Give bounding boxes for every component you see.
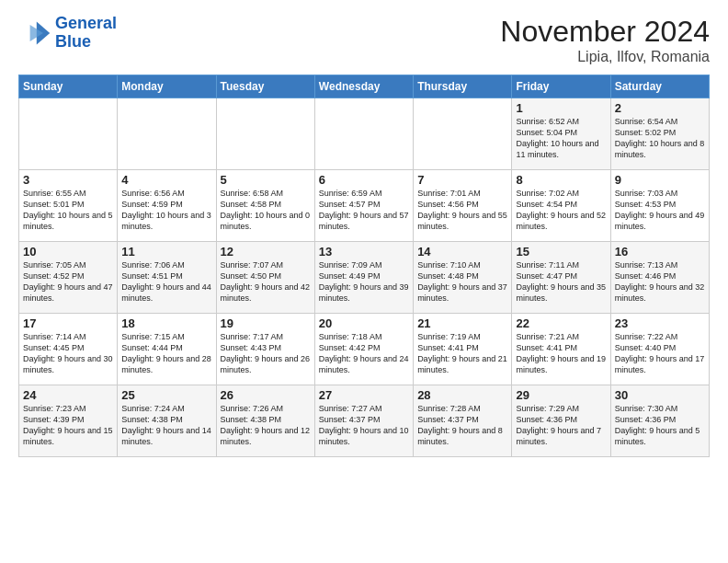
logo-text: General Blue (55, 15, 117, 52)
header-monday: Monday (118, 75, 216, 98)
header-saturday: Saturday (610, 75, 709, 98)
cell-1-0: 3Sunrise: 6:55 AM Sunset: 5:01 PM Daylig… (19, 170, 118, 242)
month-title: November 2024 (500, 15, 710, 49)
cell-4-1: 25Sunrise: 7:24 AM Sunset: 4:38 PM Dayli… (118, 385, 216, 457)
calendar-body: 1Sunrise: 6:52 AM Sunset: 5:04 PM Daylig… (19, 98, 710, 457)
cell-3-6: 23Sunrise: 7:22 AM Sunset: 4:40 PM Dayli… (610, 314, 709, 385)
cell-2-3: 13Sunrise: 7:09 AM Sunset: 4:49 PM Dayli… (314, 242, 413, 314)
header-sunday: Sunday (19, 75, 118, 98)
week-row-1: 3Sunrise: 6:55 AM Sunset: 5:01 PM Daylig… (19, 170, 710, 242)
day-number-3-6: 23 (615, 316, 705, 330)
day-number-3-4: 21 (417, 316, 507, 330)
cell-1-3: 6Sunrise: 6:59 AM Sunset: 4:57 PM Daylig… (314, 170, 413, 242)
day-info-3-2: Sunrise: 7:17 AM Sunset: 4:43 PM Dayligh… (221, 331, 311, 376)
day-info-2-3: Sunrise: 7:09 AM Sunset: 4:49 PM Dayligh… (319, 259, 409, 304)
cell-1-5: 8Sunrise: 7:02 AM Sunset: 4:54 PM Daylig… (512, 170, 610, 242)
day-number-2-6: 16 (615, 245, 705, 259)
cell-0-3 (314, 98, 413, 170)
cell-3-5: 22Sunrise: 7:21 AM Sunset: 4:41 PM Dayli… (512, 314, 610, 385)
logo-line1: General (55, 14, 117, 32)
day-number-3-1: 18 (121, 316, 211, 330)
day-info-2-6: Sunrise: 7:13 AM Sunset: 4:46 PM Dayligh… (615, 259, 705, 304)
day-info-1-3: Sunrise: 6:59 AM Sunset: 4:57 PM Dayligh… (319, 188, 409, 233)
cell-2-1: 11Sunrise: 7:06 AM Sunset: 4:51 PM Dayli… (118, 242, 216, 314)
day-info-0-6: Sunrise: 6:54 AM Sunset: 5:02 PM Dayligh… (615, 116, 705, 161)
day-number-4-4: 28 (417, 388, 507, 402)
day-info-3-5: Sunrise: 7:21 AM Sunset: 4:41 PM Dayligh… (516, 331, 606, 376)
day-number-3-5: 22 (516, 316, 606, 330)
day-number-1-0: 3 (23, 173, 113, 187)
cell-0-6: 2Sunrise: 6:54 AM Sunset: 5:02 PM Daylig… (610, 98, 709, 170)
cell-1-4: 7Sunrise: 7:01 AM Sunset: 4:56 PM Daylig… (414, 170, 512, 242)
day-number-2-1: 11 (121, 245, 211, 259)
cell-1-1: 4Sunrise: 6:56 AM Sunset: 4:59 PM Daylig… (118, 170, 216, 242)
day-info-0-5: Sunrise: 6:52 AM Sunset: 5:04 PM Dayligh… (516, 116, 606, 161)
day-info-1-2: Sunrise: 6:58 AM Sunset: 4:58 PM Dayligh… (221, 188, 311, 233)
cell-2-4: 14Sunrise: 7:10 AM Sunset: 4:48 PM Dayli… (414, 242, 512, 314)
day-number-4-2: 26 (221, 388, 311, 402)
logo: General Blue (18, 15, 117, 52)
cell-0-1 (118, 98, 216, 170)
day-number-1-3: 6 (319, 173, 409, 187)
day-number-4-0: 24 (23, 388, 113, 402)
cell-0-0 (19, 98, 118, 170)
day-number-4-5: 29 (516, 388, 606, 402)
day-info-4-3: Sunrise: 7:27 AM Sunset: 4:37 PM Dayligh… (319, 403, 409, 448)
day-number-4-3: 27 (319, 388, 409, 402)
cell-3-4: 21Sunrise: 7:19 AM Sunset: 4:41 PM Dayli… (414, 314, 512, 385)
title-block: November 2024 Lipia, Ilfov, Romania (500, 15, 710, 65)
day-info-3-6: Sunrise: 7:22 AM Sunset: 4:40 PM Dayligh… (615, 331, 705, 376)
cell-2-0: 10Sunrise: 7:05 AM Sunset: 4:52 PM Dayli… (19, 242, 118, 314)
week-row-2: 10Sunrise: 7:05 AM Sunset: 4:52 PM Dayli… (19, 242, 710, 314)
day-number-3-0: 17 (23, 316, 113, 330)
day-info-4-0: Sunrise: 7:23 AM Sunset: 4:39 PM Dayligh… (23, 403, 113, 448)
day-number-4-1: 25 (121, 388, 211, 402)
day-number-3-3: 20 (319, 316, 409, 330)
day-info-2-1: Sunrise: 7:06 AM Sunset: 4:51 PM Dayligh… (121, 259, 211, 304)
day-info-1-0: Sunrise: 6:55 AM Sunset: 5:01 PM Dayligh… (23, 188, 113, 233)
weekday-header-row: Sunday Monday Tuesday Wednesday Thursday… (19, 75, 710, 98)
cell-2-2: 12Sunrise: 7:07 AM Sunset: 4:50 PM Dayli… (216, 242, 314, 314)
header: General Blue November 2024 Lipia, Ilfov,… (18, 15, 710, 65)
week-row-0: 1Sunrise: 6:52 AM Sunset: 5:04 PM Daylig… (19, 98, 710, 170)
day-number-2-0: 10 (23, 245, 113, 259)
cell-1-2: 5Sunrise: 6:58 AM Sunset: 4:58 PM Daylig… (216, 170, 314, 242)
day-info-4-2: Sunrise: 7:26 AM Sunset: 4:38 PM Dayligh… (221, 403, 311, 448)
day-info-1-5: Sunrise: 7:02 AM Sunset: 4:54 PM Dayligh… (516, 188, 606, 233)
day-info-2-4: Sunrise: 7:10 AM Sunset: 4:48 PM Dayligh… (417, 259, 507, 304)
week-row-4: 24Sunrise: 7:23 AM Sunset: 4:39 PM Dayli… (19, 385, 710, 457)
day-number-1-4: 7 (417, 173, 507, 187)
cell-4-4: 28Sunrise: 7:28 AM Sunset: 4:37 PM Dayli… (414, 385, 512, 457)
header-friday: Friday (512, 75, 610, 98)
cell-0-5: 1Sunrise: 6:52 AM Sunset: 5:04 PM Daylig… (512, 98, 610, 170)
cell-4-3: 27Sunrise: 7:27 AM Sunset: 4:37 PM Dayli… (314, 385, 413, 457)
day-number-1-1: 4 (121, 173, 211, 187)
day-info-2-0: Sunrise: 7:05 AM Sunset: 4:52 PM Dayligh… (23, 259, 113, 304)
day-number-2-3: 13 (319, 245, 409, 259)
header-wednesday: Wednesday (314, 75, 413, 98)
day-info-2-2: Sunrise: 7:07 AM Sunset: 4:50 PM Dayligh… (221, 259, 311, 304)
calendar-header: Sunday Monday Tuesday Wednesday Thursday… (19, 75, 710, 98)
cell-4-5: 29Sunrise: 7:29 AM Sunset: 4:36 PM Dayli… (512, 385, 610, 457)
day-number-2-5: 15 (516, 245, 606, 259)
day-number-1-6: 9 (615, 173, 705, 187)
day-number-0-6: 2 (615, 101, 705, 115)
day-number-4-6: 30 (615, 388, 705, 402)
cell-2-5: 15Sunrise: 7:11 AM Sunset: 4:47 PM Dayli… (512, 242, 610, 314)
day-number-2-4: 14 (417, 245, 507, 259)
cell-4-2: 26Sunrise: 7:26 AM Sunset: 4:38 PM Dayli… (216, 385, 314, 457)
header-tuesday: Tuesday (216, 75, 314, 98)
cell-4-6: 30Sunrise: 7:30 AM Sunset: 4:36 PM Dayli… (610, 385, 709, 457)
day-number-1-5: 8 (516, 173, 606, 187)
day-number-1-2: 5 (221, 173, 311, 187)
cell-3-3: 20Sunrise: 7:18 AM Sunset: 4:42 PM Dayli… (314, 314, 413, 385)
cell-0-4 (414, 98, 512, 170)
day-info-4-6: Sunrise: 7:30 AM Sunset: 4:36 PM Dayligh… (615, 403, 705, 448)
day-info-3-1: Sunrise: 7:15 AM Sunset: 4:44 PM Dayligh… (121, 331, 211, 376)
day-number-0-5: 1 (516, 101, 606, 115)
day-info-1-1: Sunrise: 6:56 AM Sunset: 4:59 PM Dayligh… (121, 188, 211, 233)
day-info-2-5: Sunrise: 7:11 AM Sunset: 4:47 PM Dayligh… (516, 259, 606, 304)
day-info-4-4: Sunrise: 7:28 AM Sunset: 4:37 PM Dayligh… (417, 403, 507, 448)
cell-3-1: 18Sunrise: 7:15 AM Sunset: 4:44 PM Dayli… (118, 314, 216, 385)
cell-1-6: 9Sunrise: 7:03 AM Sunset: 4:53 PM Daylig… (610, 170, 709, 242)
